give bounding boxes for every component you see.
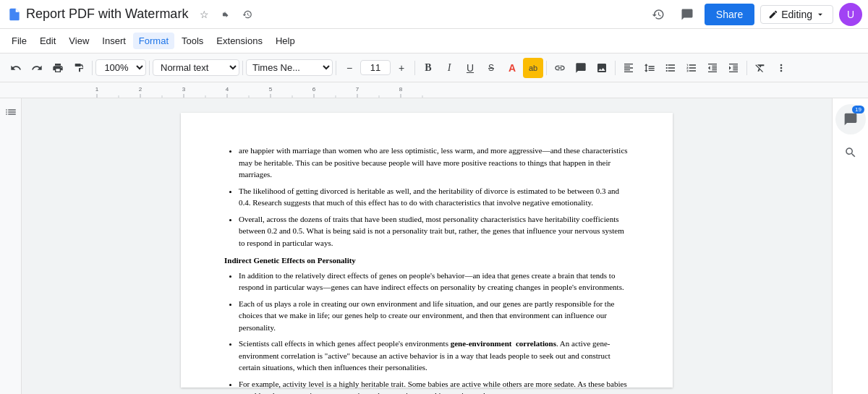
strikethrough-button[interactable]: S (481, 58, 501, 78)
font-select[interactable]: Times Ne... Arial Georgia (246, 59, 333, 76)
intro-bullet-list: are happier with marriage than women who… (239, 145, 629, 249)
title-bar: Report PDF with Watermark ☆ Share Editin… (0, 0, 868, 29)
title-icons: ☆ (194, 4, 258, 25)
decrease-font-button[interactable]: − (339, 58, 359, 78)
page-content[interactable]: are happier with marriage than women who… (224, 145, 629, 394)
separator-5 (414, 61, 415, 75)
editing-label: Editing (781, 9, 812, 20)
menu-extensions[interactable]: Extensions (210, 33, 268, 49)
tab-strip: 19 (833, 98, 868, 168)
editing-mode-button[interactable]: Editing (760, 5, 833, 24)
doc-area[interactable]: are happier with marriage than women who… (22, 98, 832, 394)
separator-3 (242, 61, 243, 75)
paint-format-button[interactable] (69, 58, 89, 78)
document-page: are happier with marriage than women who… (181, 113, 673, 387)
list-item: Each of us plays a role in creating our … (239, 298, 629, 334)
menu-file[interactable]: File (6, 33, 33, 49)
svg-rect-0 (25, 82, 868, 98)
svg-text:4: 4 (226, 86, 229, 93)
insert-image-button[interactable] (592, 58, 612, 78)
move-icon[interactable] (216, 4, 236, 25)
left-sidebar (0, 98, 22, 394)
separator-6 (546, 61, 547, 75)
expand-panel-button[interactable] (835, 137, 866, 168)
print-button[interactable] (48, 58, 68, 78)
svg-text:7: 7 (356, 86, 359, 93)
comment-count-badge: 19 (852, 106, 864, 114)
menu-help[interactable]: Help (270, 33, 301, 49)
menu-tools[interactable]: Tools (176, 33, 209, 49)
right-panel: 19 (832, 98, 868, 394)
chat-icon[interactable] (676, 3, 699, 26)
menu-view[interactable]: View (63, 33, 95, 49)
svg-text:6: 6 (312, 86, 316, 93)
menu-edit[interactable]: Edit (34, 33, 61, 49)
ruler: 1 2 3 4 5 6 7 8 (0, 82, 868, 98)
list-item: In addition to the relatively direct eff… (239, 270, 629, 294)
svg-text:8: 8 (399, 86, 403, 93)
font-size-input[interactable] (360, 60, 391, 75)
svg-text:1: 1 (95, 86, 99, 93)
clear-format-button[interactable] (750, 58, 770, 78)
title-bar-right: Share Editing U (647, 3, 862, 26)
insert-comment-button[interactable] (571, 58, 591, 78)
more-options-button[interactable] (771, 58, 791, 78)
ruler-content: 1 2 3 4 5 6 7 8 (25, 82, 868, 98)
main-area: are happier with marriage than women who… (0, 98, 868, 394)
separator-2 (149, 61, 150, 75)
list-item: Overall, across the dozens of traits tha… (239, 213, 629, 249)
share-button[interactable]: Share (705, 4, 754, 25)
toolbar: 100% 75% 125% 150% Normal text Heading 1… (0, 53, 868, 82)
separator-8 (746, 61, 747, 75)
style-select[interactable]: Normal text Heading 1 Heading 2 (153, 59, 239, 76)
separator-7 (615, 61, 616, 75)
history-icon[interactable] (237, 4, 258, 25)
doc-title: Report PDF with Watermark (26, 7, 188, 22)
section-bullet-list: In addition to the relatively direct eff… (239, 270, 629, 395)
separator-1 (92, 61, 93, 75)
increase-font-button[interactable]: + (391, 58, 412, 78)
increase-indent-button[interactable] (723, 58, 744, 78)
title-bar-left: Report PDF with Watermark ☆ (6, 4, 258, 25)
list-item: are happier with marriage than women who… (239, 145, 629, 181)
menu-bar: File Edit View Insert Format Tools Exten… (0, 29, 868, 53)
undo-button[interactable] (6, 58, 26, 78)
bold-button[interactable]: B (418, 58, 438, 78)
comments-panel-button[interactable]: 19 (835, 104, 866, 134)
separator-4 (336, 61, 336, 75)
redo-button[interactable] (27, 58, 47, 78)
list-button[interactable] (660, 58, 681, 78)
section-heading: Indirect Genetic Effects on Personality (224, 254, 629, 267)
menu-insert[interactable]: Insert (96, 33, 132, 49)
list-item: For example, activity level is a highly … (239, 378, 629, 395)
recent-icon[interactable] (647, 3, 670, 26)
avatar: U (839, 3, 862, 26)
menu-format[interactable]: Format (133, 33, 174, 49)
highlight-button[interactable]: ab (523, 58, 543, 78)
star-icon[interactable]: ☆ (194, 4, 214, 25)
text-color-button[interactable]: A (502, 58, 522, 78)
align-button[interactable] (618, 58, 639, 78)
svg-text:3: 3 (182, 86, 186, 93)
italic-button[interactable]: I (439, 58, 459, 78)
zoom-select[interactable]: 100% 75% 125% 150% (95, 59, 146, 76)
outline-toggle-icon[interactable] (3, 104, 19, 120)
svg-text:2: 2 (139, 86, 142, 93)
decrease-indent-button[interactable] (702, 58, 723, 78)
doc-icon (6, 6, 23, 23)
underline-button[interactable]: U (460, 58, 480, 78)
svg-text:5: 5 (269, 86, 273, 93)
list-item: The likelihood of getting divorced is he… (239, 185, 629, 209)
ordered-list-button[interactable] (681, 58, 702, 78)
insert-link-button[interactable] (550, 58, 570, 78)
line-spacing-button[interactable] (639, 58, 660, 78)
list-item: Scientists call effects in which genes a… (239, 338, 629, 374)
